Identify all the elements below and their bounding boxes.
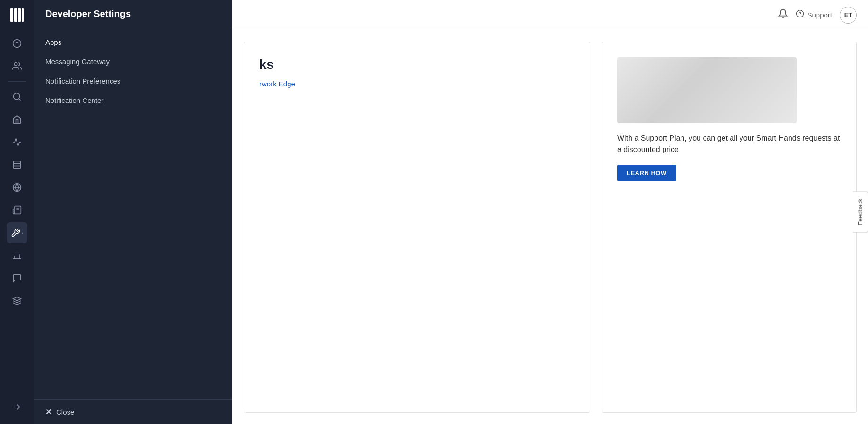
- dev-settings-panel: Developer Settings Apps Messaging Gatewa…: [34, 0, 232, 424]
- close-button[interactable]: ✕ Close: [34, 399, 232, 424]
- svg-point-6: [14, 63, 17, 66]
- nav-item-messaging-gateway[interactable]: Messaging Gateway: [34, 52, 232, 71]
- close-icon: ✕: [45, 407, 51, 416]
- search-icon[interactable]: [7, 86, 27, 107]
- partial-heading: ks: [259, 57, 575, 72]
- right-card: With a Support Plan, you can get all you…: [602, 42, 857, 413]
- health-icon[interactable]: [7, 132, 27, 153]
- store-icon[interactable]: [7, 109, 27, 130]
- upload-icon[interactable]: [7, 33, 27, 54]
- top-header: Support ET: [232, 0, 868, 30]
- chat-icon[interactable]: [7, 268, 27, 288]
- svg-line-8: [19, 99, 21, 101]
- support-plan-text: With a Support Plan, you can get all you…: [617, 133, 841, 155]
- support-button[interactable]: Support: [796, 9, 832, 20]
- svg-marker-20: [13, 297, 21, 301]
- columns-icon[interactable]: [7, 154, 27, 175]
- svg-rect-9: [14, 161, 21, 169]
- left-card: ks rwork Edge: [244, 42, 590, 413]
- close-label: Close: [56, 408, 74, 416]
- feedback-tab[interactable]: Feedback: [853, 191, 868, 232]
- globe-icon[interactable]: [7, 177, 27, 198]
- svg-rect-1: [14, 8, 17, 22]
- tools-icon[interactable]: ›: [7, 222, 27, 243]
- chart-icon[interactable]: [7, 245, 27, 266]
- icon-sidebar: ›: [0, 0, 34, 424]
- app-logo[interactable]: [8, 6, 26, 25]
- feedback-label: Feedback: [857, 198, 864, 225]
- news-icon[interactable]: [7, 200, 27, 220]
- users-icon[interactable]: [7, 56, 27, 76]
- layers-icon[interactable]: [7, 290, 27, 311]
- svg-rect-2: [18, 8, 21, 22]
- nav-item-notification-preferences[interactable]: Notification Preferences: [34, 71, 232, 91]
- learn-how-button[interactable]: LEARN HOW: [617, 165, 676, 181]
- svg-rect-3: [22, 8, 24, 22]
- sidebar-divider-1: [8, 81, 26, 82]
- expand-icon[interactable]: [7, 397, 27, 417]
- support-label: Support: [807, 11, 832, 19]
- content-area: ks rwork Edge With a Support Plan, you c…: [232, 30, 868, 424]
- main-area: Support ET ks rwork Edge With a Support …: [232, 0, 868, 424]
- support-plan-image: [617, 57, 797, 123]
- nav-item-notification-center[interactable]: Notification Center: [34, 91, 232, 110]
- partial-link[interactable]: rwork Edge: [259, 80, 575, 88]
- dev-panel-nav: Apps Messaging Gateway Notification Pref…: [34, 25, 232, 399]
- help-icon: [796, 9, 804, 20]
- svg-point-7: [14, 93, 20, 100]
- nav-item-apps[interactable]: Apps: [34, 33, 232, 52]
- avatar-initials: ET: [844, 11, 852, 18]
- dev-panel-title: Developer Settings: [34, 0, 232, 25]
- bell-icon[interactable]: [778, 8, 788, 21]
- svg-rect-0: [10, 8, 13, 22]
- user-avatar[interactable]: ET: [840, 7, 857, 24]
